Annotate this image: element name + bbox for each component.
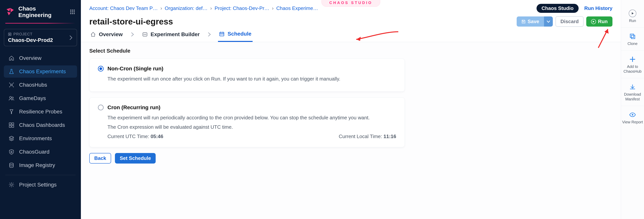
- save-button[interactable]: Save: [517, 16, 544, 26]
- sidebar-item-overview[interactable]: Overview: [4, 52, 77, 64]
- option-description: The experiment will run periodically acc…: [108, 114, 396, 140]
- rail-run[interactable]: Run: [621, 5, 644, 28]
- chaos-studio-pill[interactable]: Chaos Studio: [536, 4, 578, 13]
- rail-add-to-chaoshub[interactable]: Add to ChaosHub: [621, 51, 644, 78]
- step-label: Overview: [99, 31, 123, 38]
- sidebar-item-project-settings[interactable]: Project Settings: [4, 179, 77, 191]
- utc-time-label: Current UTC Time:: [108, 134, 150, 139]
- sidebar-label: Resilience Probes: [19, 109, 62, 115]
- run-label: Run: [598, 18, 608, 24]
- studio-badge: CHAOS STUDIO: [322, 0, 380, 7]
- set-schedule-label: Set Schedule: [120, 155, 151, 161]
- play-icon: [629, 10, 636, 17]
- action-buttons: Save Discard Run: [517, 16, 612, 27]
- sidebar-item-image-registry[interactable]: Image Registry: [4, 159, 77, 171]
- rail-label: Clone: [628, 41, 638, 46]
- sidebar-item-gamedays[interactable]: GameDays: [4, 92, 77, 104]
- chevron-down-icon: [547, 20, 550, 23]
- sidebar-label: Project Settings: [19, 182, 56, 188]
- top-right-links: Chaos Studio Run History: [536, 4, 612, 13]
- sidebar-item-chaoshubs[interactable]: ChaosHubs: [4, 79, 77, 91]
- sidebar-label: Chaos Experiments: [19, 68, 66, 74]
- step-schedule[interactable]: Schedule: [218, 27, 252, 42]
- svg-marker-1: [10, 8, 14, 12]
- rail-clone[interactable]: Clone: [621, 28, 644, 50]
- project-label-text: PROJECT: [14, 32, 32, 36]
- svg-rect-24: [12, 126, 14, 128]
- sidebar-item-resilience-probes[interactable]: Resilience Probes: [4, 106, 77, 118]
- svg-point-14: [11, 84, 12, 86]
- svg-point-18: [13, 86, 14, 87]
- step-experiment-builder[interactable]: Experiment Builder: [141, 27, 201, 42]
- discard-button[interactable]: Discard: [556, 16, 584, 27]
- option-cron-card[interactable]: Cron (Recurring run) The experiment will…: [89, 97, 405, 147]
- database-icon: [8, 162, 15, 168]
- topbar: CHAOS STUDIO Account: Chaos Dev Team P… …: [81, 0, 621, 27]
- svg-rect-13: [9, 34, 10, 35]
- svg-rect-22: [12, 123, 14, 125]
- run-button[interactable]: Run: [586, 16, 612, 26]
- sidebar-item-environments[interactable]: Environments: [4, 132, 77, 144]
- step-label: Experiment Builder: [151, 31, 200, 38]
- run-history-link[interactable]: Run History: [584, 5, 612, 11]
- discard-label: Discard: [560, 18, 578, 24]
- page-title: retail-store-ui-egress: [89, 17, 173, 26]
- svg-rect-25: [11, 151, 12, 153]
- footer-buttons: Back Set Schedule: [89, 153, 612, 164]
- rail-label: Run: [629, 18, 636, 23]
- svg-point-26: [10, 163, 14, 164]
- rail-label: View Report: [622, 120, 643, 124]
- sidebar-label: Image Registry: [19, 162, 55, 168]
- svg-point-4: [72, 10, 73, 11]
- back-button[interactable]: Back: [89, 153, 111, 164]
- project-label: PROJECT: [8, 32, 53, 36]
- clone-icon: [629, 32, 636, 40]
- set-schedule-button[interactable]: Set Schedule: [115, 153, 156, 164]
- chevron-right-icon: ›: [272, 5, 274, 11]
- sidebar: Chaos Engineering PROJECT Chaos-Dev-Prod…: [0, 0, 81, 219]
- rail-label: Download Manifest: [622, 92, 643, 102]
- local-time-label: Current Local Time:: [339, 134, 384, 139]
- title-row: retail-store-ui-egress Save Discard Run: [89, 16, 612, 27]
- radio-noncron[interactable]: [98, 66, 104, 72]
- option-noncron-card[interactable]: Non-Cron (Single run) The experiment wil…: [89, 58, 405, 92]
- option-label: Cron (Recurring run): [108, 104, 160, 110]
- sidebar-item-chaos-dashboards[interactable]: Chaos Dashboards: [4, 119, 77, 131]
- gear-icon: [8, 182, 15, 188]
- save-button-group: Save: [517, 16, 553, 26]
- sidebar-label: ChaosHubs: [19, 82, 47, 88]
- body: Select Schedule Non-Cron (Single run) Th…: [81, 42, 621, 219]
- svg-point-17: [9, 86, 10, 87]
- local-time-value: 11:16: [384, 134, 396, 139]
- sidebar-label: Environments: [19, 136, 52, 142]
- sidebar-nav: Overview Chaos Experiments ChaosHubs Gam…: [0, 52, 81, 171]
- breadcrumb-project[interactable]: Project: Chaos-Dev-Pr…: [214, 5, 269, 11]
- brand-title: Chaos Engineering: [18, 5, 66, 18]
- svg-point-41: [632, 114, 633, 116]
- calendar-icon: [219, 31, 224, 36]
- sidebar-item-chaosguard[interactable]: ChaosGuard: [4, 146, 77, 158]
- svg-point-30: [144, 34, 144, 35]
- radio-cron[interactable]: [98, 104, 104, 110]
- breadcrumb-section[interactable]: Chaos Experime…: [276, 5, 318, 11]
- option-label: Non-Cron (Single run): [108, 66, 163, 72]
- wizard-steps: Overview Experiment Builder Schedule: [81, 27, 621, 42]
- rail-download-manifest[interactable]: Download Manifest: [621, 79, 644, 106]
- app-switcher-icon[interactable]: [70, 8, 76, 15]
- utc-time-value: 05:46: [150, 134, 163, 139]
- svg-rect-21: [9, 123, 11, 125]
- rail-view-report[interactable]: View Report: [621, 107, 644, 129]
- option-desc-text: The Cron expression will be evaluated ag…: [108, 123, 396, 131]
- svg-marker-38: [632, 12, 634, 14]
- breadcrumb-account[interactable]: Account: Chaos Dev Team P…: [89, 5, 158, 11]
- sidebar-label: ChaosGuard: [19, 149, 50, 155]
- project-selector[interactable]: PROJECT Chaos-Dev-Prod2: [4, 29, 77, 46]
- download-icon: [629, 83, 636, 91]
- save-caret-button[interactable]: [544, 16, 553, 26]
- svg-point-8: [74, 11, 75, 12]
- svg-point-11: [74, 13, 75, 14]
- step-overview[interactable]: Overview: [89, 27, 124, 42]
- sidebar-item-chaos-experiments[interactable]: Chaos Experiments: [4, 66, 77, 78]
- breadcrumb-org[interactable]: Organization: def…: [165, 5, 208, 11]
- project-name: Chaos-Dev-Prod2: [8, 37, 53, 43]
